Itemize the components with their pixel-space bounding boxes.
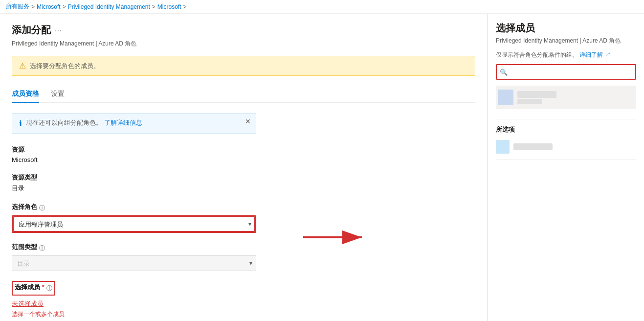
info-icon: ℹ — [19, 119, 22, 128]
item-info — [517, 91, 556, 104]
member-error-text: 选择一个或多个成员 — [12, 310, 475, 319]
avatar-initials — [498, 90, 513, 105]
scope-select[interactable]: 目录 — [12, 255, 256, 271]
breadcrumb-all-services[interactable]: 所有服务 — [6, 2, 29, 11]
page-title: 添加分配 — [12, 23, 51, 37]
scope-info-icon: ⓘ — [39, 244, 45, 252]
left-panel: 添加分配 ··· Privileged Identity Management … — [0, 14, 488, 321]
info-text: 现在还可以向组分配角色。 了解详细信息 — [26, 118, 142, 127]
search-container: 🔍 — [496, 64, 636, 80]
item-email — [517, 98, 556, 104]
resource-type-field: 资源类型 目录 — [12, 173, 475, 193]
breadcrumb-microsoft-2[interactable]: Microsoft — [157, 3, 181, 10]
panel-description: 仅显示符合角色分配条件的组。 详细了解 ↗ — [496, 51, 636, 59]
role-field: 选择角色 ⓘ 应用程序管理员 ▾ — [12, 203, 475, 233]
role-label: 选择角色 — [12, 203, 37, 211]
selected-title: 所选项 — [496, 125, 636, 134]
close-info-button[interactable]: ✕ — [245, 117, 251, 125]
tab-membership[interactable]: 成员资格 — [12, 86, 39, 103]
avatar — [498, 90, 513, 105]
tab-settings[interactable]: 设置 — [51, 86, 65, 103]
page-subtitle: Privileged Identity Management | Azure A… — [12, 40, 475, 48]
right-panel: 选择成员 Privileged Identity Management | Az… — [488, 14, 644, 321]
tab-bar: 成员资格 设置 — [12, 86, 475, 103]
item-name — [517, 91, 556, 98]
panel-desc-link[interactable]: 详细了解 ↗ — [579, 51, 610, 58]
scope-type-field: 范围类型 ⓘ 目录 ▾ — [12, 243, 475, 271]
warning-text: 选择要分配角色的成员。 — [30, 62, 100, 70]
member-label: 选择成员 * — [15, 283, 44, 292]
resource-type-value: 目录 — [12, 184, 475, 193]
source-field: 资源 Microsoft — [12, 145, 475, 163]
member-required-star: * — [42, 283, 44, 291]
selected-avatar — [496, 140, 510, 154]
panel-subtitle: Privileged Identity Management | Azure A… — [496, 37, 636, 45]
panel-title: 选择成员 — [496, 22, 636, 35]
selected-section: 所选项 — [496, 119, 636, 160]
selected-item-name — [513, 143, 553, 150]
info-link[interactable]: 了解详细信息 — [104, 119, 142, 126]
role-info-icon: ⓘ — [39, 204, 45, 212]
info-banner: ℹ 现在还可以向组分配角色。 了解详细信息 ✕ — [12, 113, 256, 134]
scope-label: 范围类型 — [12, 243, 37, 252]
search-input[interactable] — [496, 64, 636, 80]
list-item[interactable] — [496, 86, 636, 109]
breadcrumb: 所有服务 > Microsoft > Privileged Identity M… — [0, 0, 644, 14]
warning-icon: ⚠ — [19, 61, 26, 70]
member-select-link[interactable]: 未选择成员 — [12, 300, 44, 307]
source-label: 资源 — [12, 145, 475, 154]
member-field: 选择成员 * ⓘ 未选择成员 选择一个或多个成员 — [12, 281, 475, 319]
resource-type-label: 资源类型 — [12, 173, 475, 182]
source-value: Microsoft — [12, 156, 475, 163]
member-info-icon: ⓘ — [46, 284, 52, 293]
role-select[interactable]: 应用程序管理员 — [13, 216, 255, 232]
more-options-icon[interactable]: ··· — [55, 26, 61, 35]
breadcrumb-pim[interactable]: Privileged Identity Management — [68, 3, 150, 10]
warning-banner: ⚠ 选择要分配角色的成员。 — [12, 56, 475, 76]
selected-item[interactable] — [496, 138, 636, 156]
search-icon: 🔍 — [500, 69, 508, 76]
breadcrumb-microsoft[interactable]: Microsoft — [37, 3, 61, 10]
